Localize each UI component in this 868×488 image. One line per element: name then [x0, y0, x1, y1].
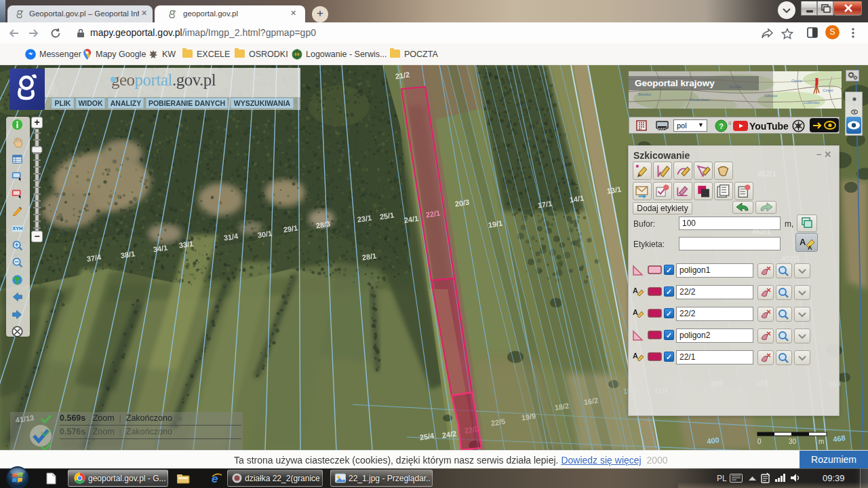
svg-text:Częst: Częst: [823, 88, 833, 92]
svg-text:0: 0: [757, 438, 762, 445]
svg-text:WMS: WMS: [658, 127, 667, 131]
svg-text:YouTube: YouTube: [749, 121, 789, 132]
svg-text:m: m: [818, 438, 824, 445]
svg-text:A: A: [800, 237, 806, 247]
svg-text:468: 468: [833, 434, 846, 443]
svg-text:XYH: XYH: [13, 225, 23, 231]
svg-text:A: A: [633, 352, 638, 360]
svg-text:30: 30: [789, 438, 797, 445]
svg-text:400: 400: [707, 436, 720, 445]
svg-text:A: A: [808, 244, 812, 251]
svg-text:Opole: Opole: [791, 79, 803, 83]
svg-text:A: A: [633, 308, 638, 316]
svg-text:Lubliniec: Lubliniec: [804, 100, 820, 105]
svg-text:A: A: [633, 286, 638, 295]
svg-text:8: 8: [728, 120, 732, 126]
svg-text:?: ?: [719, 122, 724, 130]
